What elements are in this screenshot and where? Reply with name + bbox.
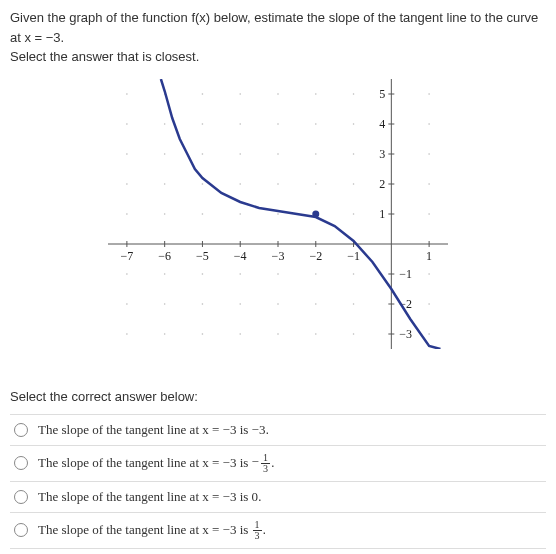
option-label: The slope of the tangent line at x = −3 … [38,489,262,505]
svg-point-36 [277,183,279,185]
radio-icon[interactable] [14,423,28,437]
svg-point-58 [428,273,430,275]
svg-point-37 [277,153,279,155]
svg-point-98 [312,210,319,217]
svg-point-30 [239,123,241,125]
svg-point-56 [428,333,430,335]
svg-point-52 [353,183,355,185]
svg-point-40 [315,333,317,335]
svg-text:5: 5 [379,87,385,101]
svg-point-19 [202,213,204,215]
svg-point-32 [277,333,279,335]
option-1[interactable]: The slope of the tangent line at x = −3 … [10,446,546,482]
svg-text:−4: −4 [234,249,247,263]
svg-point-28 [239,183,241,185]
svg-point-47 [315,93,317,95]
svg-point-31 [239,93,241,95]
svg-text:−1: −1 [347,249,360,263]
svg-text:1: 1 [379,207,385,221]
svg-point-35 [277,213,279,215]
svg-point-61 [428,153,430,155]
svg-point-44 [315,183,317,185]
svg-point-7 [126,93,128,95]
svg-point-42 [315,273,317,275]
svg-point-29 [239,153,241,155]
option-2[interactable]: The slope of the tangent line at x = −3 … [10,482,546,513]
svg-point-6 [126,123,128,125]
svg-point-50 [353,273,355,275]
svg-point-9 [164,303,166,305]
function-graph: −7−6−5−4−3−2−11−3−2−112345 [108,79,448,349]
svg-point-3 [126,213,128,215]
svg-point-25 [239,303,241,305]
svg-point-1 [126,303,128,305]
option-label: The slope of the tangent line at x = −3 … [38,422,269,438]
chart-container: −7−6−5−4−3−2−11−3−2−112345 [10,79,546,349]
svg-text:2: 2 [379,177,385,191]
question-line2: Select the answer that is closest. [10,49,199,64]
svg-text:−1: −1 [399,267,412,281]
svg-point-4 [126,183,128,185]
svg-point-22 [202,123,204,125]
svg-point-23 [202,93,204,95]
svg-point-5 [126,153,128,155]
radio-icon[interactable] [14,523,28,537]
answer-prompt: Select the correct answer below: [10,389,546,404]
svg-point-41 [315,303,317,305]
svg-point-10 [164,273,166,275]
question-text: Given the graph of the function f(x) bel… [10,8,546,67]
svg-point-18 [202,273,204,275]
svg-point-59 [428,213,430,215]
svg-point-57 [428,303,430,305]
svg-point-27 [239,213,241,215]
option-0[interactable]: The slope of the tangent line at x = −3 … [10,415,546,446]
svg-text:−6: −6 [158,249,171,263]
svg-point-12 [164,183,166,185]
radio-icon[interactable] [14,456,28,470]
svg-point-53 [353,153,355,155]
option-3[interactable]: The slope of the tangent line at x = −3 … [10,513,546,549]
svg-point-33 [277,303,279,305]
question-line1: Given the graph of the function f(x) bel… [10,10,538,45]
svg-point-2 [126,273,128,275]
svg-point-0 [126,333,128,335]
svg-point-13 [164,153,166,155]
svg-point-62 [428,123,430,125]
svg-point-49 [353,303,355,305]
svg-point-24 [239,333,241,335]
svg-text:3: 3 [379,147,385,161]
svg-point-8 [164,333,166,335]
svg-point-26 [239,273,241,275]
svg-point-11 [164,213,166,215]
svg-text:−5: −5 [196,249,209,263]
option-label: The slope of the tangent line at x = −3 … [38,453,275,474]
svg-text:1: 1 [426,249,432,263]
svg-text:−7: −7 [120,249,133,263]
svg-point-55 [353,93,355,95]
svg-point-45 [315,153,317,155]
radio-icon[interactable] [14,490,28,504]
svg-text:−3: −3 [272,249,285,263]
svg-point-60 [428,183,430,185]
svg-point-16 [202,333,204,335]
svg-point-21 [202,153,204,155]
svg-point-51 [353,213,355,215]
svg-point-39 [277,93,279,95]
option-4[interactable]: The slope of the tangent line at x = −3 … [10,549,546,555]
svg-text:−2: −2 [309,249,322,263]
svg-point-17 [202,303,204,305]
svg-point-48 [353,333,355,335]
svg-point-54 [353,123,355,125]
svg-point-38 [277,123,279,125]
svg-point-34 [277,273,279,275]
svg-text:4: 4 [379,117,385,131]
svg-point-14 [164,123,166,125]
option-label: The slope of the tangent line at x = −3 … [38,520,266,541]
options-list: The slope of the tangent line at x = −3 … [10,414,546,555]
svg-point-63 [428,93,430,95]
svg-text:−3: −3 [399,327,412,341]
svg-point-20 [202,183,204,185]
svg-point-46 [315,123,317,125]
